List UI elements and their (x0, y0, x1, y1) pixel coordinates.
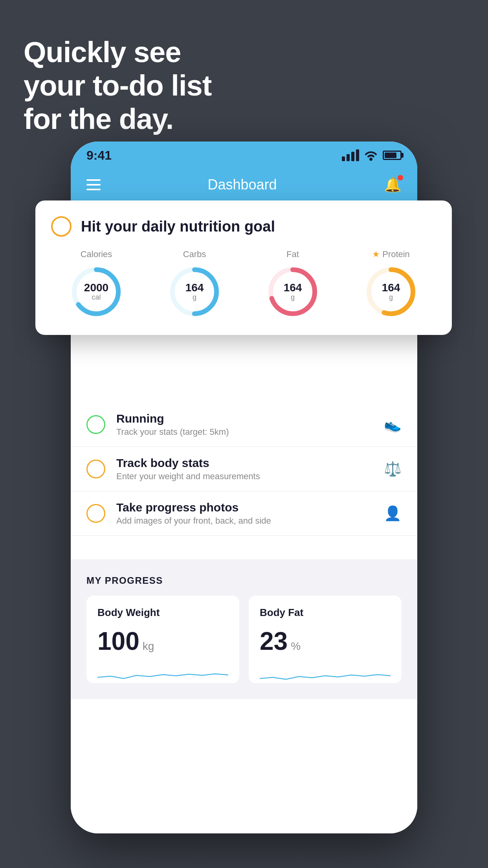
nav-title: Dashboard (207, 177, 277, 193)
carbs-value: 164 (185, 282, 204, 293)
menu-button[interactable] (86, 179, 101, 190)
scale-icon: ⚖️ (384, 461, 402, 477)
todo-subtitle-bodystats: Enter your weight and measurements (116, 471, 378, 482)
fat-label: Fat (286, 249, 299, 259)
signal-icon (342, 149, 359, 161)
nutrition-fat: Fat 164 g (248, 249, 338, 319)
carbs-ring: 164 g (167, 264, 222, 319)
hero-text: Quickly see your to-do list for the day. (24, 35, 211, 136)
body-weight-unit: kg (143, 640, 154, 653)
todo-subtitle-photos: Add images of your front, back, and side (116, 516, 378, 526)
calories-unit: cal (92, 293, 101, 302)
carbs-label: Carbs (183, 249, 206, 259)
protein-unit: g (389, 293, 393, 302)
carbs-text: 164 g (167, 264, 222, 319)
status-time: 9:41 (86, 148, 112, 163)
body-weight-card[interactable]: Body Weight 100 kg (86, 596, 239, 683)
todo-item-bodystats[interactable]: Track body stats Enter your weight and m… (71, 447, 417, 491)
nutrition-card: Hit your daily nutrition goal Calories 2… (35, 200, 452, 335)
calories-label: Calories (81, 249, 112, 259)
wifi-icon (364, 150, 378, 161)
nutrition-checkbox[interactable] (51, 216, 72, 237)
todo-text-bodystats: Track body stats Enter your weight and m… (116, 456, 378, 482)
body-fat-title: Body Fat (260, 607, 391, 619)
fat-ring: 164 g (265, 264, 320, 319)
todo-item-photos[interactable]: Take progress photos Add images of your … (71, 491, 417, 536)
fat-text: 164 g (265, 264, 320, 319)
status-icons (342, 149, 402, 161)
fat-unit: g (291, 293, 295, 302)
todo-text-photos: Take progress photos Add images of your … (116, 501, 378, 526)
card-header: Hit your daily nutrition goal (51, 216, 436, 237)
calories-value: 2000 (84, 282, 108, 293)
todo-text-running: Running Track your stats (target: 5km) (116, 412, 378, 437)
protein-text: 164 g (363, 264, 418, 319)
body-weight-chart (97, 664, 228, 683)
body-fat-unit: % (291, 640, 301, 653)
nutrition-protein: ★ Protein 164 g (346, 249, 436, 319)
todo-subtitle-running: Track your stats (target: 5km) (116, 427, 378, 437)
protein-ring: 164 g (363, 264, 418, 319)
calories-ring: 2000 cal (69, 264, 124, 319)
nutrition-calories: Calories 2000 cal (51, 249, 141, 319)
progress-cards: Body Weight 100 kg Body Fat 23 (86, 596, 402, 683)
body-fat-card[interactable]: Body Fat 23 % (249, 596, 402, 683)
card-title: Hit your daily nutrition goal (81, 218, 275, 235)
body-weight-number: 100 (97, 627, 139, 656)
fat-value: 164 (284, 282, 302, 293)
todo-title-running: Running (116, 412, 378, 425)
todo-checkbox-running[interactable] (86, 415, 105, 434)
progress-section: MY PROGRESS Body Weight 100 kg Body (71, 559, 417, 699)
nutrition-row: Calories 2000 cal Carbs (51, 249, 436, 319)
protein-value: 164 (382, 282, 400, 293)
shoe-icon: 👟 (384, 416, 402, 433)
todo-checkbox-photos[interactable] (86, 504, 105, 523)
carbs-unit: g (193, 293, 196, 302)
notification-badge (398, 175, 403, 180)
nutrition-carbs: Carbs 164 g (149, 249, 240, 319)
todo-title-bodystats: Track body stats (116, 456, 378, 470)
star-icon: ★ (372, 249, 380, 259)
todo-checkbox-bodystats[interactable] (86, 460, 105, 478)
protein-label: ★ Protein (372, 249, 410, 259)
todo-item-running[interactable]: Running Track your stats (target: 5km) 👟 (71, 403, 417, 447)
body-weight-value: 100 kg (97, 627, 228, 656)
notification-button[interactable]: 🔔 (384, 177, 402, 193)
nav-bar: Dashboard 🔔 (71, 169, 417, 200)
calories-text: 2000 cal (69, 264, 124, 319)
body-weight-title: Body Weight (97, 607, 228, 619)
todo-list: Running Track your stats (target: 5km) 👟… (71, 403, 417, 536)
person-icon: 👤 (384, 505, 402, 522)
body-fat-value: 23 % (260, 627, 391, 656)
status-bar: 9:41 (71, 142, 417, 169)
progress-title: MY PROGRESS (86, 575, 402, 586)
body-fat-chart (260, 664, 391, 683)
battery-icon (383, 151, 402, 160)
todo-title-photos: Take progress photos (116, 501, 378, 514)
body-fat-number: 23 (260, 627, 288, 656)
